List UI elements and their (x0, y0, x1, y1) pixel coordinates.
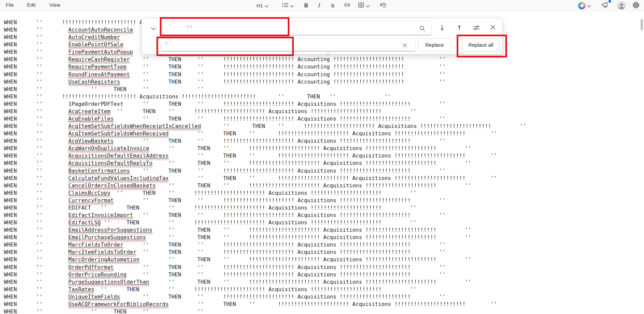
doc-token: '' (36, 145, 43, 151)
doc-token: '' (168, 205, 175, 211)
replace-input[interactable]: ' (160, 38, 416, 51)
syspref-link[interactable]: RequirePaymentType (68, 63, 127, 70)
menu-edit[interactable]: Edit (27, 2, 36, 8)
search-icon (418, 24, 427, 33)
doc-token: '' (36, 182, 43, 189)
doc-token: !!!!!!!!!!!!!!!!!!!!!! Accounting !!!!!!… (223, 71, 404, 78)
syspref-link[interactable]: ClaimsBccCopy (68, 190, 110, 196)
bold-button[interactable]: B (304, 1, 308, 10)
syspref-link[interactable]: AcqEnableFiles (68, 116, 114, 122)
syspref-link[interactable]: AcqCreateItem (68, 108, 110, 115)
doc-token: !!!!!!!!!!!!!!!!!!!!!! Acquisitions !!!!… (194, 205, 382, 211)
clear-formatting-button[interactable]: A (379, 1, 387, 10)
doc-token: '' (439, 241, 446, 248)
feedback-button[interactable] (601, 1, 610, 10)
menu-view[interactable]: View (49, 2, 60, 8)
chevron-down-icon (587, 3, 591, 9)
heading-style-button[interactable]: H1 (257, 1, 268, 10)
syspref-link[interactable]: EdifactInvoiceImport (68, 212, 133, 218)
syspref-link[interactable]: AcqWarnOnDuplicateInvoice (68, 145, 149, 151)
find-input[interactable]: '' (160, 21, 432, 35)
syspref-link[interactable]: PurgeSuggestionsOlderThan (68, 279, 149, 285)
find-previous-button[interactable]: ↑ (455, 24, 464, 32)
doc-token: WHEN (4, 27, 17, 33)
syspref-link[interactable]: TaxRates (68, 286, 94, 293)
document-line: WHEN''CalculateFundValuesIncludingTax''T… (0, 175, 644, 182)
document-line: WHEN''EDIFACT''THEN''!!!!!!!!!!!!!!!!!!!… (0, 205, 644, 212)
syspref-link[interactable]: AcqItemSetSubfieldsWhenReceiptIsCancelle… (68, 123, 201, 129)
doc-token: '' (36, 19, 43, 26)
doc-token: '' (117, 190, 123, 196)
syspref-link[interactable]: EdifactLSQ (68, 219, 101, 226)
doc-token: WHEN (4, 49, 17, 55)
menu-file[interactable]: File (6, 2, 14, 8)
link-icon (344, 2, 351, 9)
expand-replace-toggle[interactable] (149, 24, 158, 33)
syspref-link[interactable]: FinePaymentAutoPopup (68, 49, 133, 55)
scrollbar-thumb[interactable] (641, 19, 643, 30)
doc-token: THEN (197, 234, 211, 240)
syspref-link[interactable]: CancelOrdersInClosedBaskets (68, 182, 156, 189)
syspref-link[interactable]: AcquisitionsDefaultEmailAddress (68, 152, 169, 159)
doc-token: WHEN (4, 41, 17, 48)
syspref-link[interactable]: BasketConfirmations (68, 168, 130, 174)
syspref-link[interactable]: OrderPdfFormat (68, 264, 114, 270)
syspref-link[interactable]: CurrencyFormat (68, 197, 114, 204)
syspref-link[interactable]: AutoCreditNumber (68, 34, 120, 40)
doc-token: THEN (223, 130, 236, 137)
doc-token: WHEN (4, 56, 17, 62)
doc-token: '' (142, 241, 149, 248)
replace-all-button[interactable]: Replace all (462, 38, 500, 51)
insert-link-button[interactable] (344, 1, 351, 10)
account-button[interactable] (617, 1, 626, 10)
syspref-link[interactable]: MarcOrderingAutomation (68, 256, 140, 263)
doc-token: WHEN (4, 271, 17, 278)
replace-button[interactable]: Replace (418, 38, 451, 51)
heading-style-label: H1 (257, 3, 263, 8)
settings-button[interactable] (632, 1, 640, 10)
doc-token: !!!!!!!!!!!!!!!!!!!!!! Acquisitions !!!!… (223, 271, 411, 278)
doc-token: '' (36, 101, 43, 107)
syspref-link[interactable]: UseACQFrameworkForBiblioRecords (68, 301, 169, 307)
doc-token: '' (223, 160, 229, 166)
doc-token: '' (168, 160, 175, 166)
syspref-link[interactable]: AcqViewBaskets (68, 138, 114, 144)
close-dialog-button[interactable] (489, 24, 497, 32)
syspref-link[interactable]: AcquisitionsDefaultReplyTo (68, 160, 152, 166)
clear-replace-button[interactable] (401, 41, 409, 50)
syspref-link[interactable]: CalculateFundValuesIncludingTax (68, 175, 169, 181)
doc-token: '' (36, 249, 43, 255)
document-line: WHEN''''THEN'''' (0, 308, 644, 314)
doc-token: THEN (168, 271, 181, 278)
syspref-link[interactable]: EmailPurchaseSuggestions (68, 234, 146, 240)
search-options-button[interactable] (472, 24, 481, 33)
syspref-link[interactable]: UseCashRegisters (68, 79, 120, 85)
strikethrough-button[interactable]: S (331, 1, 334, 10)
syspref-link[interactable]: AccountAutoReconcile (68, 27, 133, 33)
syspref-link[interactable]: AcqItemSetSubfieldsWhenReceived (68, 130, 169, 137)
syspref-link[interactable]: OrderPriceRounding (68, 271, 127, 278)
doc-token: '' (36, 63, 43, 70)
down-arrow-icon: ↓ (440, 24, 445, 32)
find-next-button[interactable]: ↓ (438, 24, 447, 32)
doc-token: '' (168, 182, 175, 189)
syspref-link[interactable]: RequireCashRegister (68, 56, 130, 62)
italic-button[interactable]: I (318, 1, 320, 10)
syspref-link[interactable]: MarcFieldsToOrder (68, 241, 124, 248)
doc-token: WHEN (4, 93, 17, 100)
bulleted-list-button[interactable] (282, 1, 294, 10)
syspref-link[interactable]: MarcItemFieldsToOrder (68, 249, 136, 255)
syspref-link[interactable]: UniqueItemFields (68, 294, 120, 300)
doc-token: '' (36, 308, 43, 314)
doc-token: '' (197, 197, 204, 204)
copilot-button[interactable] (578, 1, 591, 10)
syspref-link[interactable]: EnablePointOfSale (68, 41, 124, 48)
doc-token: '' (36, 256, 43, 263)
syspref-link[interactable]: RoundFinesAtPayment (68, 71, 130, 78)
doc-token: '' (36, 116, 43, 122)
document-canvas[interactable]: WHEN''!!!!!!!!!!!!!!!!!!!!!!! Accounting… (0, 11, 644, 314)
doc-token: THEN (168, 79, 181, 85)
insert-table-button[interactable] (358, 1, 370, 10)
syspref-link[interactable]: EmailAddressForSuggestions (68, 227, 152, 233)
doc-token: '' (36, 41, 43, 48)
